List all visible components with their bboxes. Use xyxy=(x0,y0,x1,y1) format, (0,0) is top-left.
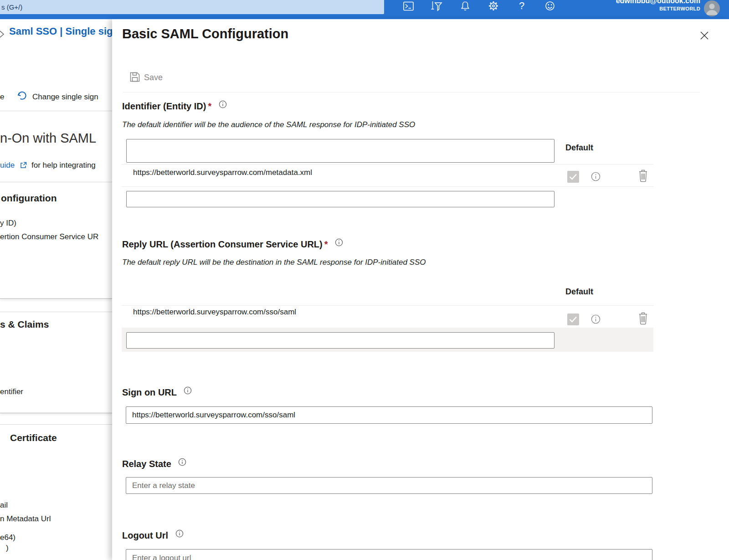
external-link-icon xyxy=(20,162,27,170)
screen: s (G+/) xyxy=(0,0,729,560)
background-page: Saml SSO | Single sign- e Change single … xyxy=(0,19,112,560)
identifier-description: The default identifier will be the audie… xyxy=(122,120,415,129)
relay-state-input[interactable] xyxy=(126,477,652,494)
search-placeholder-fragment: s (G+/) xyxy=(0,3,22,11)
claims-heading-fragment: s & Claims xyxy=(0,319,49,330)
raw-fragment: ) xyxy=(6,544,9,553)
certificate-heading-fragment: Certificate xyxy=(10,432,57,443)
breadcrumb-chevron-icon xyxy=(0,30,5,40)
change-sso-fragment[interactable]: Change single sign xyxy=(32,92,98,102)
account-email: edwinbbu@outlook.com xyxy=(616,0,700,5)
undo-icon xyxy=(16,90,27,103)
identifier-row-delete-icon[interactable] xyxy=(638,170,648,184)
avatar[interactable] xyxy=(704,0,720,16)
reply-default-label: Default xyxy=(565,287,593,297)
card-edge xyxy=(0,424,112,425)
close-icon[interactable] xyxy=(699,30,711,42)
sign-on-heading: Sign on URL xyxy=(122,386,192,398)
guide-text-fragment: for help integrating xyxy=(31,161,96,170)
info-icon[interactable] xyxy=(184,386,192,396)
notifications-icon[interactable] xyxy=(456,0,474,12)
identifier-extra-input[interactable] xyxy=(126,191,554,207)
directory-filter-icon[interactable] xyxy=(427,0,446,12)
card-edge xyxy=(0,413,112,413)
top-bar: s (G+/) xyxy=(0,0,729,18)
divider xyxy=(0,182,112,182)
sign-on-url-input[interactable] xyxy=(126,406,652,424)
account-tenant: BETTERWORLD xyxy=(616,6,700,12)
logout-url-heading: Logout Url xyxy=(122,529,184,541)
info-icon[interactable] xyxy=(335,238,343,248)
save-button[interactable]: Save xyxy=(144,73,163,82)
relay-state-heading: Relay State xyxy=(122,458,186,469)
identifier-new-input[interactable] xyxy=(126,139,554,163)
email-row-fragment: ail xyxy=(0,501,8,510)
info-icon[interactable] xyxy=(178,458,186,468)
identifier-section-heading: Identifier (Entity ID)* xyxy=(122,100,227,112)
header-underline xyxy=(0,18,729,19)
reply-default-checkbox[interactable] xyxy=(567,313,579,325)
identifier-default-checkbox[interactable] xyxy=(567,171,579,183)
info-icon[interactable] xyxy=(219,100,227,110)
identifier-row-url: https://betterworld.surveysparrow.com/me… xyxy=(133,168,312,177)
divider xyxy=(122,186,653,187)
settings-icon[interactable] xyxy=(484,0,503,12)
divider xyxy=(122,305,653,306)
divider xyxy=(0,111,112,111)
base64-fragment: e64) xyxy=(0,533,15,542)
card-edge xyxy=(0,312,112,312)
reply-row-url: https://betterworld.surveysparrow.com/ss… xyxy=(133,308,296,317)
divider xyxy=(123,92,700,92)
blade-title-fragment[interactable]: Saml SSO | Single sign- xyxy=(9,26,122,37)
help-icon[interactable]: ? xyxy=(513,0,531,12)
entity-id-fragment: y ID) xyxy=(0,219,16,228)
cloud-shell-icon[interactable] xyxy=(399,0,417,12)
identifier-default-label: Default xyxy=(565,143,593,153)
saml-heading-fragment: n-On with SAML xyxy=(0,131,96,146)
account-info[interactable]: edwinbbu@outlook.com BETTERWORLD xyxy=(616,0,700,12)
card-edge xyxy=(0,298,112,299)
info-icon[interactable] xyxy=(175,529,184,539)
save-icon xyxy=(130,72,140,84)
logout-url-input[interactable] xyxy=(126,549,652,560)
basic-saml-configuration-panel: Basic SAML Configuration Save Identifier… xyxy=(112,19,729,560)
card1-heading-fragment: onfiguration xyxy=(1,193,56,204)
panel-title: Basic SAML Configuration xyxy=(122,26,288,41)
reply-row-delete-icon[interactable] xyxy=(638,312,648,327)
reply-section-heading: Reply URL (Assertion Consumer Service UR… xyxy=(122,238,343,250)
metadata-url-fragment: n Metadata Url xyxy=(0,514,51,524)
guide-link-fragment[interactable]: uide xyxy=(0,161,15,170)
reply-description: The default reply URL will be the destin… xyxy=(122,258,426,267)
identifier-row-info-icon[interactable] xyxy=(591,172,601,183)
search-input[interactable]: s (G+/) xyxy=(0,0,384,14)
reply-new-input[interactable] xyxy=(126,332,554,349)
feedback-icon[interactable] xyxy=(541,0,559,12)
identifier-fragment: entifier xyxy=(0,387,23,396)
acs-fragment: ertion Consumer Service UR xyxy=(0,232,98,241)
divider xyxy=(122,164,653,164)
reply-row-info-icon[interactable] xyxy=(591,314,601,326)
toolbar-left-fragment: e xyxy=(0,92,4,102)
